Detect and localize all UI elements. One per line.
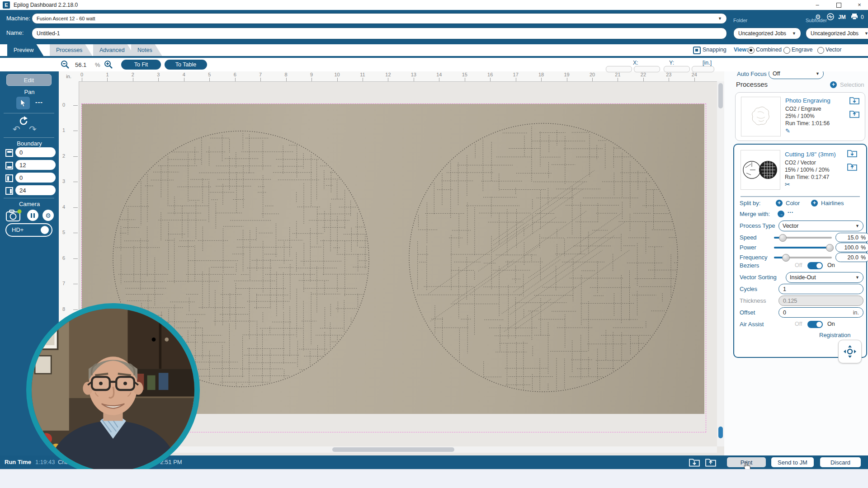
offset-input[interactable]: 0 in. [778,307,863,318]
beziers-off-label: Off [795,262,802,268]
add-selection-icon[interactable]: + [830,81,837,88]
merge-arrow-icon[interactable]: → [778,211,784,217]
slider-knob[interactable] [782,254,790,262]
process-card-photo-engraving[interactable]: Photo Engraving CO2 / Engrave 25% / 100%… [735,92,865,141]
hd-label: HD+ [12,226,24,233]
activity-icon[interactable] [827,13,834,22]
scissors-icon: ✂ [785,181,790,188]
folder-export-icon[interactable] [849,110,859,120]
slider-knob[interactable] [826,244,834,252]
redo-button[interactable]: ↷ [29,124,37,135]
close-button[interactable]: × [853,1,866,9]
x2-position-input[interactable] [634,66,660,72]
snapping-checkbox[interactable] [693,47,701,54]
cycles-input[interactable]: 1 [778,284,863,294]
boundary-input-1[interactable]: 12 [15,160,56,170]
y-label: Y: [669,60,674,66]
camera-title: Camera [0,201,59,207]
view-radio-vector[interactable] [817,47,824,54]
auto-focus-label: Auto Focus [737,70,767,77]
folder-export-icon[interactable] [847,163,857,173]
view-radio-combined[interactable] [748,47,755,54]
name-input[interactable]: Untitled-1 [32,28,727,39]
cycles-label: Cycles [740,286,757,292]
view-radio-engrave[interactable] [783,47,790,54]
split-hairlines-label[interactable]: Hairlines [821,200,844,206]
jm-icon[interactable]: JM [838,14,846,20]
view-option-label[interactable]: Vector [826,47,841,53]
to-fit-button[interactable]: To Fit [121,60,161,70]
tab-advanced[interactable]: Advanced [93,44,135,56]
split-hairlines-plus-icon[interactable]: + [811,200,818,206]
folder-dropdown[interactable]: Uncategorized Jobs ▼ [733,28,801,39]
folder-import-icon[interactable] [847,149,857,159]
export-job-icon[interactable] [705,458,716,469]
vector-sorting-dropdown[interactable]: Inside-Out ▼ [786,272,863,283]
view-option-label[interactable]: Combined [756,47,782,53]
boundary-input-2[interactable]: 0 [15,173,56,183]
process-thumbnail [741,150,780,190]
zoom-out-icon[interactable] [61,60,70,71]
speed-slider[interactable] [774,237,832,239]
send-to-jm-button[interactable]: Send to JM [771,457,814,467]
tab-processes[interactable]: Processes [50,44,92,56]
auto-focus-value: Off [773,70,780,77]
import-job-icon[interactable] [689,458,700,469]
zoom-value[interactable]: 56.1 [75,61,86,68]
merge-options[interactable]: ··· [788,209,793,216]
folder-value: Uncategorized Jobs [738,30,786,37]
process-title[interactable]: Photo Engraving [785,97,830,104]
boundary-side-icon [5,187,13,195]
vertical-scrollbar[interactable] [717,81,724,446]
slider-value[interactable]: 15.0% [835,233,868,242]
zoom-in-icon[interactable] [104,60,113,71]
registration-button[interactable] [838,340,862,363]
camera-pause-button[interactable] [27,210,38,221]
split-color-plus-icon[interactable]: + [776,200,783,206]
process-type-dropdown[interactable]: Vector ▼ [778,221,863,231]
boundary-input-0[interactable]: 0 [15,147,56,157]
camera-settings-button[interactable]: ⚙ [42,210,54,221]
line-tool-button[interactable]: --- [35,99,43,106]
camera-button[interactable] [5,209,22,224]
boundary-side-icon [5,162,13,169]
undo-button[interactable]: ↶ [13,124,20,135]
power-slider[interactable] [774,247,832,249]
scroll-indicator[interactable] [718,427,723,438]
x-position-input[interactable] [606,66,632,72]
to-table-button[interactable]: To Table [165,60,207,70]
frequency-slider[interactable] [774,257,832,258]
tab-preview[interactable]: Preview [7,44,43,56]
process-title[interactable]: Cutting 1/8" (3mm) [785,151,836,158]
slider-value[interactable]: 20.0% [835,253,868,262]
maximize-button[interactable] [832,1,845,9]
minimize-button[interactable]: – [811,1,824,9]
y-position-input[interactable] [664,66,690,72]
printer-icon[interactable] [851,13,858,22]
processes-panel: Auto Focus Off ▼ Processes + Selection P… [724,58,868,455]
h-scrollbar-thumb[interactable] [332,447,454,452]
beziers-toggle[interactable] [807,262,823,269]
run-time-label: Run Time [5,459,31,465]
add-selection-label[interactable]: Selection [840,81,864,88]
v-scrollbar-thumb[interactable] [718,83,723,108]
tab-notes[interactable]: Notes [131,44,162,56]
select-tool-button[interactable] [16,97,30,109]
settings-gear-icon[interactable]: ⚙ [815,13,821,20]
air-assist-toggle[interactable] [807,321,823,328]
slider-knob[interactable] [779,234,787,242]
hd-toggle[interactable]: HD+ [5,223,52,237]
run-time-value: 1:19:43 [35,459,55,465]
discard-button[interactable]: Discard [820,457,861,467]
split-color-label[interactable]: Color [786,200,800,206]
edit-button[interactable]: Edit [6,74,52,86]
vector-sorting-label: Vector Sorting [740,274,777,281]
y2-position-input[interactable] [692,66,714,72]
view-option-label[interactable]: Engrave [792,47,813,53]
thickness-label: Thickness [740,297,766,304]
folder-import-icon[interactable] [849,96,859,106]
boundary-input-3[interactable]: 24 [15,185,56,195]
machine-dropdown[interactable]: Fusion Ascent 12 - 60 watt ▼ [32,13,727,24]
slider-value[interactable]: 100.0% [835,243,868,252]
subfolder-dropdown[interactable]: Uncategorized Jobs ▼ [806,28,868,39]
